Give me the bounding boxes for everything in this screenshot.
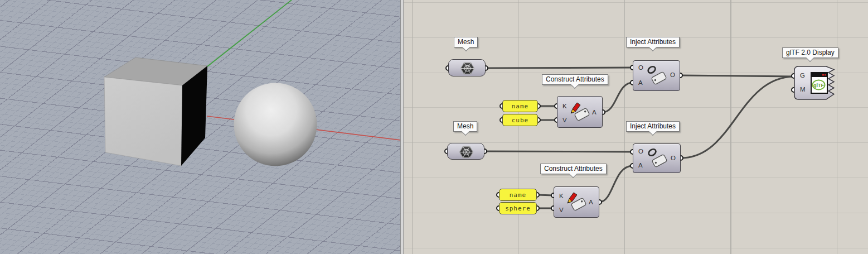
gltf-port-g: G <box>800 73 805 79</box>
app-window: Mesh Mesh <box>0 0 868 254</box>
construct-attributes-1[interactable]: K V A <box>557 96 603 128</box>
construct1-port-a: A <box>592 109 597 116</box>
wire-construct1-to-inject1-a[interactable] <box>603 83 633 112</box>
inject-attributes-1[interactable]: O A O <box>633 60 680 91</box>
viewport-scene <box>0 0 400 254</box>
inject1-port-o-out: O <box>670 72 675 78</box>
construct-attributes-2[interactable]: K V A <box>554 186 599 218</box>
panel-cube-text: cube <box>512 117 529 124</box>
gltf-logo-icon: glTF <box>811 72 828 94</box>
wire-inject1-to-gltf-g[interactable] <box>680 75 794 76</box>
panel-name-1-text: name <box>512 103 529 110</box>
construct1-port-k: K <box>562 103 567 109</box>
gltf-display-component[interactable]: G M glTF <box>794 66 836 100</box>
nametag-construct-2: Construct Attributes <box>540 164 607 174</box>
inject-attributes-icon <box>644 64 669 88</box>
inject-attributes-icon <box>645 146 670 171</box>
wire-mesh2-to-inject2[interactable] <box>484 151 633 152</box>
grasshopper-canvas[interactable]: Mesh Mesh <box>404 0 868 254</box>
inject2-port-o-out: O <box>671 155 676 161</box>
inject2-port-o-in: O <box>638 148 643 155</box>
svg-text:glTF: glTF <box>813 83 824 88</box>
inject-attributes-2[interactable]: O A O <box>633 143 681 173</box>
construct-attributes-icon <box>565 191 588 213</box>
gltf-port-m: M <box>800 87 806 93</box>
construct-attributes-icon <box>569 101 591 123</box>
rhino-viewport[interactable] <box>0 0 400 254</box>
mesh-icon <box>459 145 474 159</box>
nametag-gltf-display: glTF 2.0 Display <box>782 47 838 58</box>
panel-sphere-text: sphere <box>505 205 531 212</box>
panel-cube[interactable]: cube <box>502 114 538 126</box>
nametag-construct-1: Construct Attributes <box>542 74 608 85</box>
panel-name-1[interactable]: name <box>502 100 538 112</box>
sphere-mesh[interactable] <box>234 83 317 166</box>
wire-mesh1-to-inject1[interactable] <box>486 68 633 68</box>
panel-sphere[interactable]: sphere <box>499 202 537 214</box>
mesh-icon <box>460 61 475 75</box>
inject1-port-o-in: O <box>638 65 643 71</box>
construct2-port-a: A <box>589 199 593 205</box>
panel-name-2-text: name <box>510 191 527 199</box>
mesh-param-1[interactable] <box>448 59 486 76</box>
construct2-port-v: V <box>559 207 564 213</box>
wire-inject2-to-gltf-g[interactable] <box>681 76 794 158</box>
nametag-inject-2: Inject Attributes <box>626 121 680 132</box>
cube-front-face <box>104 77 182 166</box>
nametag-inject-1: Inject Attributes <box>626 37 680 47</box>
cube-mesh[interactable] <box>104 57 207 166</box>
nametag-mesh-2: Mesh <box>453 121 477 132</box>
panel-name-2[interactable]: name <box>499 189 537 201</box>
nametag-mesh-1: Mesh <box>454 37 478 47</box>
y-axis-line <box>207 0 292 66</box>
mesh-param-2[interactable] <box>447 143 484 160</box>
construct1-port-v: V <box>562 117 567 123</box>
inject2-port-a: A <box>638 162 643 169</box>
construct2-port-k: K <box>559 193 564 199</box>
inject1-port-a: A <box>638 80 643 86</box>
